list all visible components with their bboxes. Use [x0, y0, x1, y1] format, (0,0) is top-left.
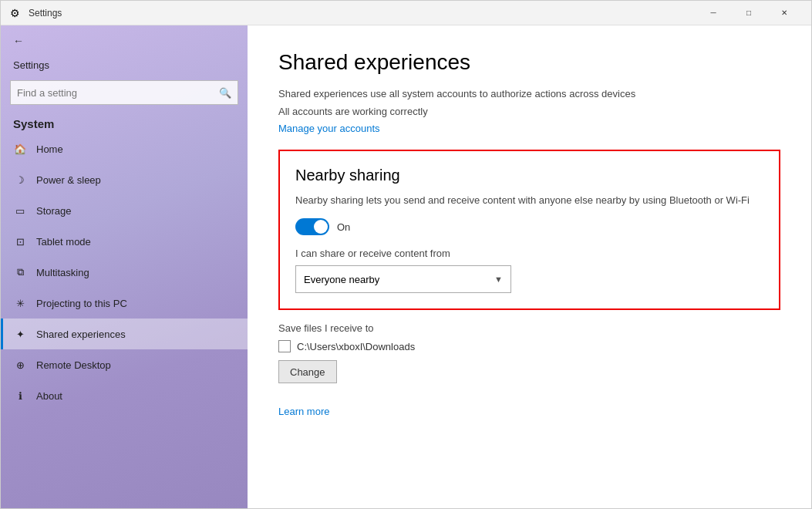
multitasking-icon: ⧉ — [13, 265, 27, 279]
sidebar-item-multitasking[interactable]: ⧉ Multitasking — [1, 257, 248, 288]
search-input[interactable] — [17, 87, 219, 99]
search-box[interactable]: 🔍 — [10, 80, 238, 105]
nearby-sharing-box: Nearby sharing Nearby sharing lets you s… — [278, 150, 780, 310]
sidebar-item-label: Remote Desktop — [36, 359, 111, 371]
sidebar-item-shared[interactable]: ✦ Shared experiences — [1, 319, 248, 349]
sidebar-app-title: Settings — [13, 59, 235, 71]
sidebar-item-power-sleep[interactable]: ☽ Power & sleep — [1, 164, 248, 195]
content-area: ← Settings 🔍 System 🏠 Home ☽ Power & sle… — [1, 25, 811, 508]
sidebar-item-projecting[interactable]: ✳ Projecting to this PC — [1, 288, 248, 319]
home-icon: 🏠 — [13, 142, 27, 156]
nearby-sharing-toggle[interactable] — [295, 218, 329, 235]
sidebar-item-label: Storage — [36, 205, 72, 217]
share-dropdown[interactable]: Everyone nearby ▼ — [295, 265, 511, 293]
sidebar-item-label: Power & sleep — [36, 174, 101, 186]
titlebar: ⚙ Settings ─ □ ✕ — [1, 1, 811, 25]
sidebar-title-section: Settings — [1, 56, 248, 80]
chevron-down-icon: ▼ — [494, 275, 503, 284]
share-from-label: I can share or receive content from — [295, 248, 763, 259]
maximize-button[interactable]: □ — [731, 1, 767, 25]
save-files-label: Save files I receive to — [278, 322, 780, 334]
system-label: System — [1, 111, 248, 133]
shared-icon: ✦ — [13, 327, 27, 341]
tablet-icon: ⊡ — [13, 234, 27, 248]
titlebar-controls: ─ □ ✕ — [696, 1, 802, 25]
sidebar-item-tablet-mode[interactable]: ⊡ Tablet mode — [1, 226, 248, 257]
settings-icon: ⚙ — [10, 7, 22, 19]
status-text: All accounts are working correctly — [278, 106, 780, 117]
sidebar-item-label: Multitasking — [36, 267, 89, 278]
nearby-sharing-desc: Nearby sharing lets you send and receive… — [295, 194, 763, 207]
toggle-knob — [314, 220, 328, 234]
sidebar: ← Settings 🔍 System 🏠 Home ☽ Power & sle… — [1, 25, 248, 508]
sidebar-item-label: About — [36, 390, 62, 402]
main-content: Shared experiences Shared experiences us… — [248, 25, 811, 508]
dropdown-value: Everyone nearby — [304, 274, 379, 285]
remote-icon: ⊕ — [13, 358, 27, 372]
sidebar-item-remote[interactable]: ⊕ Remote Desktop — [1, 349, 248, 380]
close-button[interactable]: ✕ — [767, 1, 802, 25]
page-title: Shared experiences — [278, 50, 780, 75]
file-path-text: C:\Users\xboxI\Downloads — [297, 341, 415, 352]
sidebar-item-label: Projecting to this PC — [36, 298, 127, 309]
back-button[interactable]: ← — [1, 25, 248, 56]
sidebar-item-label: Tablet mode — [36, 236, 91, 248]
file-path-checkbox[interactable] — [278, 340, 291, 352]
sidebar-item-about[interactable]: ℹ About — [1, 380, 248, 411]
shared-description: Shared experiences use all system accoun… — [278, 87, 780, 101]
about-icon: ℹ — [13, 389, 27, 403]
back-arrow-icon: ← — [13, 35, 24, 47]
window: ⚙ Settings ─ □ ✕ ← Settings 🔍 System 🏠 — [0, 0, 812, 509]
sidebar-item-storage[interactable]: ▭ Storage — [1, 195, 248, 226]
learn-more-link[interactable]: Learn more — [278, 406, 329, 417]
save-files-section: Save files I receive to C:\Users\xboxI\D… — [278, 322, 780, 417]
sidebar-item-label: Home — [36, 143, 63, 155]
file-path-row: C:\Users\xboxI\Downloads — [278, 340, 780, 352]
toggle-row: On — [295, 218, 763, 235]
titlebar-title: Settings — [29, 8, 696, 19]
projecting-icon: ✳ — [13, 296, 27, 310]
toggle-label: On — [337, 221, 350, 233]
search-icon[interactable]: 🔍 — [219, 87, 231, 99]
storage-icon: ▭ — [13, 204, 27, 217]
sidebar-item-label: Shared experiences — [36, 329, 126, 340]
power-sleep-icon: ☽ — [13, 173, 27, 187]
nearby-sharing-heading: Nearby sharing — [295, 167, 763, 184]
change-button[interactable]: Change — [278, 360, 337, 383]
manage-accounts-link[interactable]: Manage your accounts — [278, 123, 380, 134]
sidebar-item-home[interactable]: 🏠 Home — [1, 133, 248, 164]
minimize-button[interactable]: ─ — [696, 1, 731, 25]
